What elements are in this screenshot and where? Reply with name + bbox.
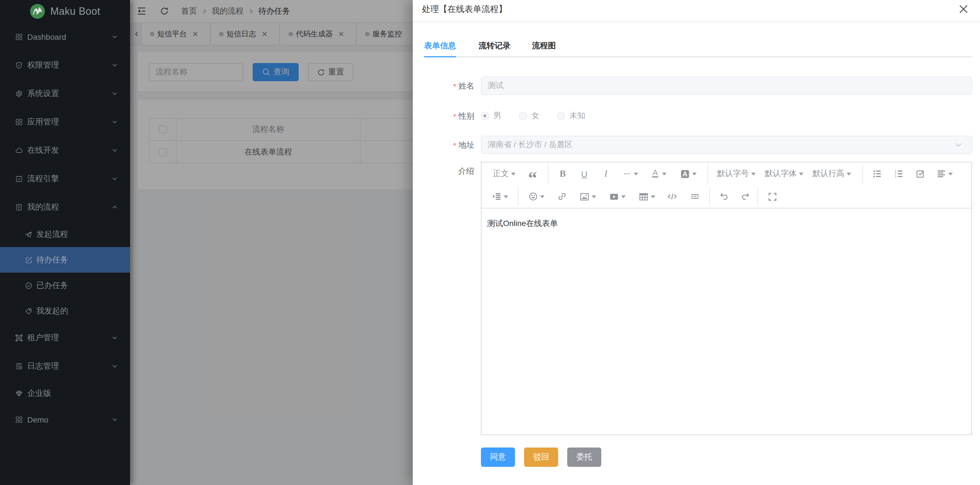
- required-asterisk: *: [453, 82, 456, 91]
- send-icon: [25, 231, 32, 238]
- sidebar-item-logs[interactable]: 日志管理: [0, 352, 130, 380]
- emoji-button[interactable]: [522, 185, 551, 208]
- video-button[interactable]: [603, 185, 632, 208]
- toolbar-separator: [708, 164, 708, 183]
- sidebar-item-todo-tasks[interactable]: 待办任务: [0, 247, 130, 273]
- sidebar-item-label: 租户管理: [27, 333, 59, 343]
- caret-down-icon: [662, 173, 667, 178]
- tabs-active-bar: [424, 56, 456, 57]
- address-label-text: 地址: [458, 140, 474, 151]
- underline-button[interactable]: U: [573, 162, 595, 185]
- redo-button[interactable]: [735, 185, 756, 208]
- gender-label: *性别: [453, 111, 474, 121]
- tab-flow-records[interactable]: 流转记录: [479, 35, 511, 57]
- grid-icon: [15, 118, 23, 126]
- sidebar-item-flow-engine[interactable]: 流程引擎: [0, 165, 130, 193]
- link-button[interactable]: [551, 185, 573, 208]
- sidebar-item-my-flow[interactable]: 我的流程: [0, 193, 130, 221]
- address-label: *地址: [453, 140, 474, 151]
- todo-list-button[interactable]: [910, 162, 931, 185]
- bold-button[interactable]: B: [552, 162, 573, 185]
- sidebar-item-label: 系统设置: [27, 89, 59, 99]
- sidebar-item-dashboard[interactable]: Dashboard: [0, 23, 130, 51]
- process-drawer: 处理【在线表单流程】 表单信息 流转记录 流程图 *姓名 测试 *性别 男 女 …: [413, 0, 980, 485]
- tab-flow-diagram[interactable]: 流程图: [532, 35, 556, 57]
- toolbar-separator: [709, 187, 710, 206]
- undo-button[interactable]: [713, 185, 735, 208]
- name-label: *姓名: [453, 81, 474, 91]
- bg-color-letter: A: [682, 170, 687, 178]
- delegate-button[interactable]: 委托: [567, 447, 601, 467]
- text-color-letter: A: [653, 169, 658, 177]
- italic-button[interactable]: I: [595, 162, 617, 185]
- chevron-down-icon: [112, 176, 118, 182]
- blockquote-button[interactable]: “: [521, 162, 543, 185]
- rich-text-editor: 正文 “ B U I A A 默认字号 默认字体 默认行高 123: [481, 162, 972, 435]
- caret-down-icon: [846, 173, 851, 178]
- line-height-button[interactable]: 默认行高: [808, 162, 856, 185]
- sidebar-item-online-dev[interactable]: 在线开发: [0, 136, 130, 165]
- image-button[interactable]: [573, 185, 603, 208]
- radio-female[interactable]: 女: [519, 111, 539, 121]
- sidebar-item-done-tasks[interactable]: 已办任务: [0, 273, 130, 298]
- tag-icon: [25, 307, 32, 315]
- radio-unknown[interactable]: 未知: [557, 111, 585, 121]
- radio-male[interactable]: 男: [481, 111, 501, 121]
- edit-square-icon: [25, 256, 32, 264]
- sidebar-item-started-by-me[interactable]: 我发起的: [0, 298, 130, 324]
- tab-form-info[interactable]: 表单信息: [424, 35, 456, 57]
- indent-button[interactable]: [490, 185, 517, 208]
- gem-icon: [15, 390, 23, 397]
- name-input[interactable]: 测试: [481, 77, 972, 95]
- sidebar-item-start-flow[interactable]: 发起流程: [0, 221, 130, 247]
- reject-button[interactable]: 驳回: [524, 447, 558, 467]
- ordered-list-button[interactable]: 123: [888, 162, 910, 185]
- required-asterisk: *: [453, 141, 456, 150]
- sidebar-item-settings[interactable]: 系统设置: [0, 80, 130, 108]
- grid-icon: [15, 33, 23, 41]
- font-family-label: 默认字体: [765, 169, 797, 179]
- font-family-button[interactable]: 默认字体: [760, 162, 808, 185]
- code-block-button[interactable]: [662, 185, 683, 208]
- editor-content[interactable]: 测试Online在线表单: [482, 208, 972, 238]
- font-size-label: 默认字号: [717, 169, 749, 179]
- sidebar-item-label: 流程引擎: [27, 174, 59, 184]
- toolbar-separator: [518, 187, 519, 206]
- caret-down-icon: [621, 196, 625, 200]
- fullscreen-button[interactable]: [761, 185, 783, 208]
- text-color-button[interactable]: A: [644, 162, 673, 185]
- bg-color-button[interactable]: A: [673, 162, 703, 185]
- svg-text:3: 3: [895, 175, 897, 178]
- paragraph-style-label: 正文: [493, 169, 509, 179]
- required-asterisk: *: [453, 112, 456, 121]
- editor-toolbar: 正文 “ B U I A A 默认字号 默认字体 默认行高 123: [482, 162, 972, 208]
- approve-button[interactable]: 同意: [481, 447, 515, 467]
- logo[interactable]: Maku Boot: [0, 0, 130, 23]
- sidebar-item-tenants[interactable]: 租户管理: [0, 324, 130, 352]
- sidebar-item-enterprise[interactable]: 企业版: [0, 380, 130, 407]
- paragraph-style-button[interactable]: 正文: [490, 162, 519, 185]
- table-button[interactable]: [632, 185, 662, 208]
- sidebar-item-label: 我发起的: [37, 306, 68, 316]
- sidebar-item-label: 企业版: [27, 388, 51, 399]
- chevron-down-icon: [112, 119, 118, 125]
- name-label-text: 姓名: [458, 81, 474, 91]
- more-styles-button[interactable]: [617, 162, 644, 185]
- bullet-list-button[interactable]: [867, 162, 888, 185]
- font-size-button[interactable]: 默认字号: [713, 162, 760, 185]
- drawer-tabs: 表单信息 流转记录 流程图: [424, 35, 972, 57]
- sidebar-item-apps[interactable]: 应用管理: [0, 108, 130, 136]
- divider-button[interactable]: [683, 185, 707, 208]
- drawer-actions: 同意 驳回 委托: [481, 447, 601, 467]
- address-cascader[interactable]: 湖南省 / 长沙市 / 岳麓区: [481, 136, 972, 154]
- sidebar-menu: Dashboard 权限管理 系统设置 应用管理 在线开发: [0, 23, 130, 433]
- sidebar-item-demo[interactable]: Demo: [0, 407, 130, 433]
- app-root: Maku Boot Dashboard 权限管理 系统设置 应用管理: [0, 0, 980, 485]
- align-button[interactable]: [931, 162, 958, 185]
- sidebar-item-permissions[interactable]: 权限管理: [0, 51, 130, 80]
- cloud-icon: [15, 147, 23, 154]
- radio-label: 女: [531, 111, 539, 121]
- grid-icon: [15, 416, 23, 423]
- sidebar: Maku Boot Dashboard 权限管理 系统设置 应用管理: [0, 0, 130, 485]
- close-icon[interactable]: [955, 0, 973, 18]
